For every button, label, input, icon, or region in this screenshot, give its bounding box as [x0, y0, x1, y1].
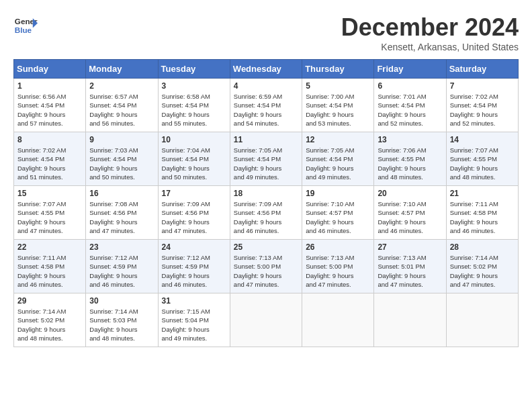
day-number: 23: [89, 242, 154, 252]
calendar-cell: 12Sunrise: 7:05 AMSunset: 4:54 PMDayligh…: [302, 132, 374, 186]
calendar-cell: 23Sunrise: 7:12 AMSunset: 4:59 PMDayligh…: [86, 240, 158, 293]
calendar-cell: 24Sunrise: 7:12 AMSunset: 4:59 PMDayligh…: [158, 240, 230, 293]
calendar-cell: 30Sunrise: 7:14 AMSunset: 5:03 PMDayligh…: [86, 293, 158, 347]
day-info: Sunrise: 7:10 AMSunset: 4:57 PMDaylight:…: [306, 199, 370, 235]
day-number: 29: [17, 296, 82, 306]
day-info: Sunrise: 7:05 AMSunset: 4:54 PMDaylight:…: [306, 146, 370, 181]
location-subtitle: Kensett, Arkansas, United States: [341, 42, 519, 52]
day-header-friday: Friday: [374, 60, 446, 79]
day-number: 19: [306, 189, 370, 198]
day-info: Sunrise: 7:15 AMSunset: 5:04 PMDaylight:…: [162, 307, 226, 342]
day-number: 24: [162, 242, 226, 252]
day-info: Sunrise: 7:13 AMSunset: 5:01 PMDaylight:…: [378, 253, 442, 289]
day-number: 9: [89, 135, 154, 144]
calendar-cell: 2Sunrise: 6:57 AMSunset: 4:54 PMDaylight…: [86, 79, 158, 132]
day-info: Sunrise: 7:00 AMSunset: 4:54 PMDaylight:…: [306, 92, 370, 128]
day-number: 7: [450, 81, 515, 91]
week-row-4: 22Sunrise: 7:11 AMSunset: 4:58 PMDayligh…: [14, 240, 519, 293]
day-number: 28: [450, 242, 515, 252]
day-header-thursday: Thursday: [302, 60, 374, 79]
day-info: Sunrise: 7:09 AMSunset: 4:56 PMDaylight:…: [162, 199, 226, 235]
week-row-3: 15Sunrise: 7:07 AMSunset: 4:55 PMDayligh…: [14, 186, 519, 240]
day-number: 6: [378, 81, 442, 91]
day-number: 25: [234, 242, 298, 252]
calendar-cell: 26Sunrise: 7:13 AMSunset: 5:00 PMDayligh…: [302, 240, 374, 293]
day-info: Sunrise: 7:12 AMSunset: 4:59 PMDaylight:…: [89, 253, 154, 289]
calendar-cell: 14Sunrise: 7:07 AMSunset: 4:55 PMDayligh…: [446, 132, 518, 186]
title-section: December 2024 Kensett, Arkansas, United …: [341, 13, 519, 52]
logo: General Blue: [13, 13, 38, 38]
day-info: Sunrise: 7:07 AMSunset: 4:55 PMDaylight:…: [450, 146, 515, 181]
calendar-cell: 21Sunrise: 7:11 AMSunset: 4:58 PMDayligh…: [446, 186, 518, 240]
day-number: 1: [17, 81, 82, 91]
day-number: 2: [89, 81, 154, 91]
calendar-cell: 20Sunrise: 7:10 AMSunset: 4:57 PMDayligh…: [374, 186, 446, 240]
day-info: Sunrise: 7:13 AMSunset: 5:00 PMDaylight:…: [306, 253, 370, 289]
day-header-saturday: Saturday: [446, 60, 518, 79]
day-info: Sunrise: 7:02 AMSunset: 4:54 PMDaylight:…: [450, 92, 515, 128]
calendar-cell: 13Sunrise: 7:06 AMSunset: 4:55 PMDayligh…: [374, 132, 446, 186]
calendar-cell: 7Sunrise: 7:02 AMSunset: 4:54 PMDaylight…: [446, 79, 518, 132]
day-number: 12: [306, 135, 370, 144]
week-row-5: 29Sunrise: 7:14 AMSunset: 5:02 PMDayligh…: [14, 293, 519, 347]
calendar-cell: [446, 293, 518, 347]
day-number: 11: [234, 135, 298, 144]
calendar-table: SundayMondayTuesdayWednesdayThursdayFrid…: [13, 59, 519, 347]
day-number: 13: [378, 135, 442, 144]
day-header-sunday: Sunday: [14, 60, 86, 79]
day-number: 3: [162, 81, 226, 91]
day-info: Sunrise: 7:05 AMSunset: 4:54 PMDaylight:…: [234, 146, 298, 181]
calendar-cell: [302, 293, 374, 347]
day-info: Sunrise: 7:02 AMSunset: 4:54 PMDaylight:…: [17, 146, 82, 181]
calendar-cell: 11Sunrise: 7:05 AMSunset: 4:54 PMDayligh…: [230, 132, 302, 186]
svg-text:Blue: Blue: [15, 26, 32, 34]
calendar-cell: 6Sunrise: 7:01 AMSunset: 4:54 PMDaylight…: [374, 79, 446, 132]
week-row-1: 1Sunrise: 6:56 AMSunset: 4:54 PMDaylight…: [14, 79, 519, 132]
day-number: 27: [378, 242, 442, 252]
day-info: Sunrise: 7:07 AMSunset: 4:55 PMDaylight:…: [17, 199, 82, 235]
day-info: Sunrise: 6:56 AMSunset: 4:54 PMDaylight:…: [17, 92, 82, 128]
calendar-cell: 5Sunrise: 7:00 AMSunset: 4:54 PMDaylight…: [302, 79, 374, 132]
day-info: Sunrise: 7:14 AMSunset: 5:02 PMDaylight:…: [17, 307, 82, 342]
day-number: 14: [450, 135, 515, 144]
calendar-cell: 17Sunrise: 7:09 AMSunset: 4:56 PMDayligh…: [158, 186, 230, 240]
calendar-cell: 16Sunrise: 7:08 AMSunset: 4:56 PMDayligh…: [86, 186, 158, 240]
day-number: 10: [162, 135, 226, 144]
calendar-cell: [230, 293, 302, 347]
calendar-cell: 10Sunrise: 7:04 AMSunset: 4:54 PMDayligh…: [158, 132, 230, 186]
calendar-cell: [374, 293, 446, 347]
day-number: 15: [17, 189, 82, 198]
day-number: 21: [450, 189, 515, 198]
calendar-cell: 31Sunrise: 7:15 AMSunset: 5:04 PMDayligh…: [158, 293, 230, 347]
calendar-cell: 22Sunrise: 7:11 AMSunset: 4:58 PMDayligh…: [14, 240, 86, 293]
day-number: 8: [17, 135, 82, 144]
days-header-row: SundayMondayTuesdayWednesdayThursdayFrid…: [14, 60, 519, 79]
day-info: Sunrise: 7:13 AMSunset: 5:00 PMDaylight:…: [234, 253, 298, 289]
page-header: General Blue December 2024 Kensett, Arka…: [13, 13, 519, 52]
calendar-cell: 28Sunrise: 7:14 AMSunset: 5:02 PMDayligh…: [446, 240, 518, 293]
calendar-cell: 27Sunrise: 7:13 AMSunset: 5:01 PMDayligh…: [374, 240, 446, 293]
week-row-2: 8Sunrise: 7:02 AMSunset: 4:54 PMDaylight…: [14, 132, 519, 186]
calendar-cell: 15Sunrise: 7:07 AMSunset: 4:55 PMDayligh…: [14, 186, 86, 240]
day-info: Sunrise: 7:09 AMSunset: 4:56 PMDaylight:…: [234, 199, 298, 235]
day-info: Sunrise: 6:57 AMSunset: 4:54 PMDaylight:…: [89, 92, 154, 128]
day-number: 30: [89, 296, 154, 306]
day-number: 20: [378, 189, 442, 198]
calendar-cell: 18Sunrise: 7:09 AMSunset: 4:56 PMDayligh…: [230, 186, 302, 240]
day-number: 31: [162, 296, 226, 306]
day-number: 4: [234, 81, 298, 91]
day-info: Sunrise: 6:59 AMSunset: 4:54 PMDaylight:…: [234, 92, 298, 128]
calendar-cell: 1Sunrise: 6:56 AMSunset: 4:54 PMDaylight…: [14, 79, 86, 132]
day-info: Sunrise: 7:11 AMSunset: 4:58 PMDaylight:…: [17, 253, 82, 289]
day-header-monday: Monday: [86, 60, 158, 79]
day-header-tuesday: Tuesday: [158, 60, 230, 79]
calendar-cell: 4Sunrise: 6:59 AMSunset: 4:54 PMDaylight…: [230, 79, 302, 132]
day-info: Sunrise: 7:10 AMSunset: 4:57 PMDaylight:…: [378, 199, 442, 235]
day-info: Sunrise: 7:01 AMSunset: 4:54 PMDaylight:…: [378, 92, 442, 128]
day-number: 16: [89, 189, 154, 198]
day-info: Sunrise: 7:14 AMSunset: 5:03 PMDaylight:…: [89, 307, 154, 342]
day-info: Sunrise: 7:08 AMSunset: 4:56 PMDaylight:…: [89, 199, 154, 235]
day-info: Sunrise: 7:14 AMSunset: 5:02 PMDaylight:…: [450, 253, 515, 289]
month-title: December 2024: [341, 13, 519, 42]
calendar-cell: 9Sunrise: 7:03 AMSunset: 4:54 PMDaylight…: [86, 132, 158, 186]
